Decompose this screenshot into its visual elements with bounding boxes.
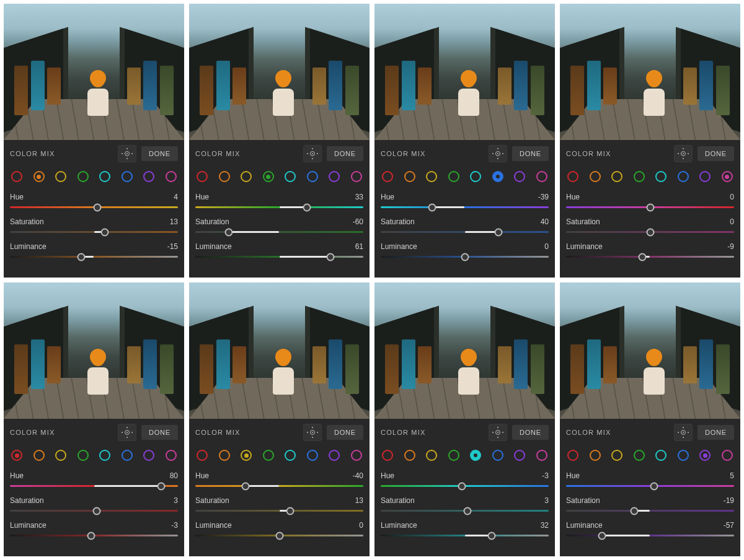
color-swatch-aqua[interactable] [470,171,481,182]
color-swatch-aqua[interactable] [99,171,110,182]
color-swatch-purple[interactable] [143,450,154,461]
color-swatch-orange[interactable] [33,450,45,461]
color-swatch-green[interactable] [263,171,274,182]
color-swatch-magenta[interactable] [536,450,547,461]
hue-knob[interactable] [157,482,165,490]
hue-knob[interactable] [428,203,436,211]
color-swatch-green[interactable] [263,450,274,461]
luminance-knob[interactable] [78,253,86,261]
color-swatch-aqua[interactable] [655,171,666,182]
color-swatch-yellow[interactable] [55,450,66,461]
color-swatch-green[interactable] [78,171,89,182]
target-adjust-button[interactable] [303,145,322,162]
luminance-knob[interactable] [87,532,95,540]
hue-slider[interactable] [195,485,363,487]
saturation-knob[interactable] [286,507,294,515]
color-swatch-purple[interactable] [699,171,711,182]
saturation-slider[interactable] [195,510,363,512]
color-swatch-blue[interactable] [307,450,318,461]
color-swatch-green[interactable] [634,450,645,461]
luminance-slider[interactable] [195,535,363,536]
done-button[interactable]: DONE [327,425,363,440]
hue-knob[interactable] [303,203,311,211]
hue-slider[interactable] [381,485,549,487]
color-swatch-magenta[interactable] [166,450,177,461]
saturation-knob[interactable] [646,228,654,236]
color-swatch-green[interactable] [634,171,645,182]
color-swatch-aqua[interactable] [470,450,481,461]
hue-knob[interactable] [650,482,658,490]
color-swatch-yellow[interactable] [241,450,252,461]
color-swatch-yellow[interactable] [611,450,622,461]
hue-slider[interactable] [566,485,734,487]
color-swatch-blue[interactable] [678,450,689,461]
target-adjust-button[interactable] [303,424,322,441]
color-swatch-red[interactable] [382,450,393,461]
target-adjust-button[interactable] [118,145,136,162]
color-swatch-red[interactable] [197,171,208,182]
saturation-slider[interactable] [566,231,734,233]
color-swatch-aqua[interactable] [285,171,296,182]
luminance-knob[interactable] [639,253,647,261]
hue-slider[interactable] [10,485,178,487]
saturation-knob[interactable] [225,228,233,236]
saturation-knob[interactable] [92,507,100,515]
saturation-slider[interactable] [195,231,363,233]
color-swatch-orange[interactable] [33,171,45,182]
color-swatch-purple[interactable] [329,450,340,461]
color-swatch-aqua[interactable] [99,450,110,461]
luminance-knob[interactable] [487,532,495,540]
luminance-slider[interactable] [381,256,549,258]
color-swatch-yellow[interactable] [55,171,66,182]
done-button[interactable]: DONE [512,425,549,440]
color-swatch-yellow[interactable] [241,171,252,182]
done-button[interactable]: DONE [698,425,734,440]
saturation-slider[interactable] [10,231,178,233]
color-swatch-red[interactable] [197,450,208,461]
color-swatch-green[interactable] [448,450,459,461]
color-swatch-purple[interactable] [514,450,525,461]
color-swatch-magenta[interactable] [351,171,362,182]
saturation-slider[interactable] [381,510,549,512]
target-adjust-button[interactable] [674,424,693,441]
done-button[interactable]: DONE [512,146,549,161]
color-swatch-purple[interactable] [699,450,711,461]
color-swatch-orange[interactable] [219,450,230,461]
hue-slider[interactable] [10,206,178,208]
color-swatch-magenta[interactable] [351,450,362,461]
luminance-knob[interactable] [461,253,469,261]
saturation-knob[interactable] [494,228,502,236]
color-swatch-purple[interactable] [143,171,154,182]
color-swatch-red[interactable] [11,171,22,182]
color-swatch-red[interactable] [382,171,393,182]
hue-slider[interactable] [195,206,363,208]
color-swatch-yellow[interactable] [611,171,622,182]
color-swatch-yellow[interactable] [426,171,437,182]
hue-knob[interactable] [458,482,466,490]
done-button[interactable]: DONE [327,146,363,161]
color-swatch-magenta[interactable] [722,171,733,182]
color-swatch-purple[interactable] [514,171,525,182]
color-swatch-blue[interactable] [122,450,133,461]
luminance-slider[interactable] [566,256,734,258]
color-swatch-green[interactable] [448,171,459,182]
color-swatch-blue[interactable] [492,450,503,461]
color-swatch-blue[interactable] [678,171,689,182]
color-swatch-orange[interactable] [590,171,601,182]
saturation-slider[interactable] [381,231,549,233]
hue-knob[interactable] [646,203,654,211]
luminance-slider[interactable] [381,535,549,536]
luminance-slider[interactable] [195,256,363,258]
done-button[interactable]: DONE [141,146,178,161]
color-swatch-orange[interactable] [219,171,230,182]
hue-knob[interactable] [242,482,250,490]
hue-knob[interactable] [93,203,101,211]
done-button[interactable]: DONE [698,146,734,161]
color-swatch-purple[interactable] [329,171,340,182]
color-swatch-blue[interactable] [492,171,503,182]
color-swatch-orange[interactable] [404,171,415,182]
target-adjust-button[interactable] [118,424,136,441]
target-adjust-button[interactable] [674,145,693,162]
color-swatch-orange[interactable] [590,450,601,461]
target-adjust-button[interactable] [489,424,507,441]
